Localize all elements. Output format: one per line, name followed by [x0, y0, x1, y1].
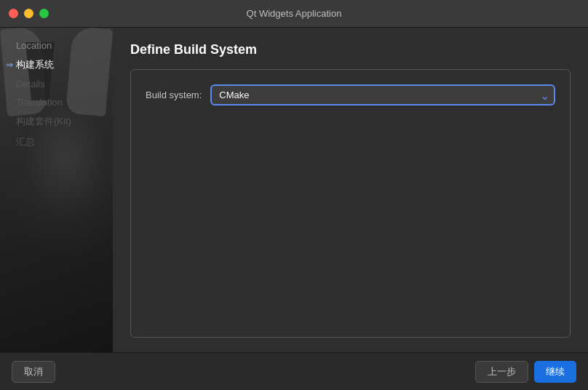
sidebar-item-summary-label: 汇总 [16, 135, 35, 148]
sidebar-item-translation-label: Translation [16, 97, 63, 108]
sidebar-item-build-system-label: 构建系统 [16, 58, 54, 71]
build-system-select-wrapper: CMake qmake Qbs ⌄ [210, 84, 555, 106]
sidebar-nav: Location ⇒ 构建系统 Details Translation 构建套件… [0, 28, 113, 152]
bottom-right-buttons: 上一步 继续 [475, 361, 576, 383]
main-content: Location ⇒ 构建系统 Details Translation 构建套件… [0, 28, 588, 352]
build-system-row: Build system: CMake qmake Qbs ⌄ [146, 84, 555, 106]
back-button[interactable]: 上一步 [475, 361, 528, 383]
title-bar: Qt Widgets Application [0, 0, 588, 28]
sidebar-item-translation: Translation [0, 93, 113, 111]
continue-button[interactable]: 继续 [534, 361, 576, 383]
panel-box: Build system: CMake qmake Qbs ⌄ [130, 69, 571, 338]
active-arrow-icon: ⇒ [6, 60, 13, 70]
maximize-button[interactable] [39, 9, 49, 18]
panel-title: Define Build System [130, 42, 571, 57]
window-controls [9, 9, 49, 18]
build-system-label: Build system: [146, 89, 202, 100]
sidebar-item-details: Details [0, 75, 113, 93]
minimize-button[interactable] [24, 9, 33, 18]
sidebar-item-build-system[interactable]: ⇒ 构建系统 [0, 55, 113, 75]
sidebar-item-location-label: Location [16, 40, 52, 51]
close-button[interactable] [9, 9, 18, 18]
sidebar-item-build-kit-label: 构建套件(Kit) [16, 115, 71, 128]
build-system-select[interactable]: CMake qmake Qbs [210, 84, 555, 106]
sidebar-item-build-kit: 构建套件(Kit) [0, 111, 113, 132]
bottom-bar: 取消 上一步 继续 [0, 352, 588, 390]
sidebar-item-summary: 汇总 [0, 132, 113, 152]
window-title: Qt Widgets Application [247, 8, 342, 19]
sidebar-item-location[interactable]: Location [0, 36, 113, 55]
sidebar: Location ⇒ 构建系统 Details Translation 构建套件… [0, 28, 113, 352]
right-panel: Define Build System Build system: CMake … [113, 28, 588, 352]
cancel-button[interactable]: 取消 [12, 361, 55, 383]
sidebar-item-details-label: Details [16, 79, 45, 89]
